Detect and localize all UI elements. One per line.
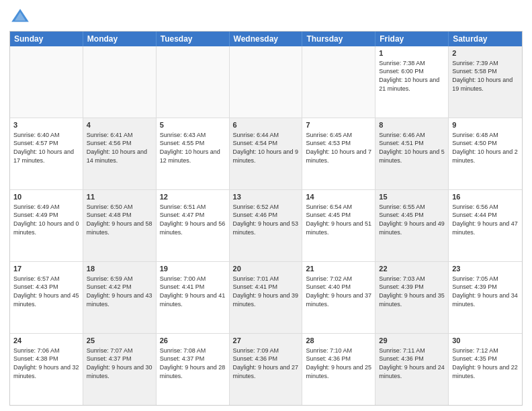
weekday-header: Friday xyxy=(375,32,449,46)
day-info: Sunrise: 7:07 AM Sunset: 4:37 PM Dayligh… xyxy=(87,347,152,380)
day-info: Sunrise: 6:50 AM Sunset: 4:48 PM Dayligh… xyxy=(87,203,152,236)
calendar-cell xyxy=(10,46,83,118)
day-number: 17 xyxy=(13,264,79,274)
weekday-header: Wednesday xyxy=(230,32,303,46)
day-info: Sunrise: 7:11 AM Sunset: 4:36 PM Dayligh… xyxy=(379,347,445,380)
calendar-cell: 4Sunrise: 6:41 AM Sunset: 4:56 PM Daylig… xyxy=(83,118,157,189)
calendar-cell: 12Sunrise: 6:51 AM Sunset: 4:47 PM Dayli… xyxy=(157,190,230,261)
calendar-cell: 5Sunrise: 6:43 AM Sunset: 4:55 PM Daylig… xyxy=(157,118,230,189)
day-number: 3 xyxy=(13,120,79,130)
day-info: Sunrise: 7:06 AM Sunset: 4:38 PM Dayligh… xyxy=(13,347,79,380)
calendar-row: 3Sunrise: 6:40 AM Sunset: 4:57 PM Daylig… xyxy=(10,118,522,190)
day-number: 15 xyxy=(379,192,445,202)
day-info: Sunrise: 7:39 AM Sunset: 5:58 PM Dayligh… xyxy=(452,59,519,93)
day-number: 5 xyxy=(160,120,226,130)
calendar-cell: 15Sunrise: 6:55 AM Sunset: 4:45 PM Dayli… xyxy=(375,190,449,261)
day-info: Sunrise: 6:54 AM Sunset: 4:45 PM Dayligh… xyxy=(306,203,371,236)
day-info: Sunrise: 6:48 AM Sunset: 4:50 PM Dayligh… xyxy=(452,131,519,165)
calendar-cell: 22Sunrise: 7:03 AM Sunset: 4:39 PM Dayli… xyxy=(375,262,449,333)
day-info: Sunrise: 7:08 AM Sunset: 4:37 PM Dayligh… xyxy=(160,347,226,380)
calendar-cell: 6Sunrise: 6:44 AM Sunset: 4:54 PM Daylig… xyxy=(230,118,303,189)
calendar-cell: 23Sunrise: 7:05 AM Sunset: 4:39 PM Dayli… xyxy=(449,262,522,333)
day-info: Sunrise: 6:59 AM Sunset: 4:42 PM Dayligh… xyxy=(87,275,152,308)
day-info: Sunrise: 7:00 AM Sunset: 4:41 PM Dayligh… xyxy=(160,275,226,308)
calendar-cell: 8Sunrise: 6:46 AM Sunset: 4:51 PM Daylig… xyxy=(375,118,449,189)
calendar-cell: 19Sunrise: 7:00 AM Sunset: 4:41 PM Dayli… xyxy=(157,262,230,333)
day-number: 27 xyxy=(233,336,299,346)
day-info: Sunrise: 7:09 AM Sunset: 4:36 PM Dayligh… xyxy=(233,347,299,380)
day-number: 25 xyxy=(87,336,152,346)
day-info: Sunrise: 7:10 AM Sunset: 4:36 PM Dayligh… xyxy=(306,347,371,380)
day-info: Sunrise: 7:03 AM Sunset: 4:39 PM Dayligh… xyxy=(379,275,445,308)
day-number: 1 xyxy=(379,48,445,58)
calendar-cell: 18Sunrise: 6:59 AM Sunset: 4:42 PM Dayli… xyxy=(83,262,157,333)
day-number: 9 xyxy=(452,120,519,130)
calendar-cell xyxy=(230,46,303,118)
calendar-row: 1Sunrise: 7:38 AM Sunset: 6:00 PM Daylig… xyxy=(10,46,522,118)
day-number: 7 xyxy=(306,120,371,130)
day-number: 4 xyxy=(87,120,152,130)
calendar-body: 1Sunrise: 7:38 AM Sunset: 6:00 PM Daylig… xyxy=(10,46,522,405)
day-number: 12 xyxy=(160,192,226,202)
calendar-cell: 20Sunrise: 7:01 AM Sunset: 4:41 PM Dayli… xyxy=(230,262,303,333)
calendar-cell: 29Sunrise: 7:11 AM Sunset: 4:36 PM Dayli… xyxy=(375,334,449,405)
calendar-cell xyxy=(157,46,230,118)
day-info: Sunrise: 6:55 AM Sunset: 4:45 PM Dayligh… xyxy=(379,203,445,236)
day-number: 16 xyxy=(452,192,519,202)
calendar-row: 10Sunrise: 6:49 AM Sunset: 4:49 PM Dayli… xyxy=(10,190,522,262)
page: SundayMondayTuesdayWednesdayThursdayFrid… xyxy=(0,0,532,411)
day-info: Sunrise: 7:05 AM Sunset: 4:39 PM Dayligh… xyxy=(452,275,519,308)
day-info: Sunrise: 6:51 AM Sunset: 4:47 PM Dayligh… xyxy=(160,203,226,236)
day-info: Sunrise: 6:49 AM Sunset: 4:49 PM Dayligh… xyxy=(13,203,79,236)
weekday-header: Saturday xyxy=(449,32,522,46)
logo xyxy=(9,7,34,28)
day-number: 13 xyxy=(233,192,299,202)
day-number: 22 xyxy=(379,264,445,274)
calendar-cell: 17Sunrise: 6:57 AM Sunset: 4:43 PM Dayli… xyxy=(10,262,83,333)
calendar-cell: 30Sunrise: 7:12 AM Sunset: 4:35 PM Dayli… xyxy=(449,334,522,405)
calendar-cell: 11Sunrise: 6:50 AM Sunset: 4:48 PM Dayli… xyxy=(83,190,157,261)
calendar-cell: 10Sunrise: 6:49 AM Sunset: 4:49 PM Dayli… xyxy=(10,190,83,261)
calendar-cell: 21Sunrise: 7:02 AM Sunset: 4:40 PM Dayli… xyxy=(302,262,375,333)
day-number: 6 xyxy=(233,120,299,130)
day-info: Sunrise: 7:38 AM Sunset: 6:00 PM Dayligh… xyxy=(379,59,445,93)
day-info: Sunrise: 6:56 AM Sunset: 4:44 PM Dayligh… xyxy=(452,203,519,236)
calendar-cell: 28Sunrise: 7:10 AM Sunset: 4:36 PM Dayli… xyxy=(302,334,375,405)
day-info: Sunrise: 6:57 AM Sunset: 4:43 PM Dayligh… xyxy=(13,275,79,308)
calendar-row: 17Sunrise: 6:57 AM Sunset: 4:43 PM Dayli… xyxy=(10,262,522,334)
calendar-cell: 27Sunrise: 7:09 AM Sunset: 4:36 PM Dayli… xyxy=(230,334,303,405)
weekday-header: Thursday xyxy=(302,32,375,46)
day-number: 10 xyxy=(13,192,79,202)
day-number: 26 xyxy=(160,336,226,346)
weekday-header: Sunday xyxy=(10,32,83,46)
day-info: Sunrise: 6:40 AM Sunset: 4:57 PM Dayligh… xyxy=(13,131,79,165)
day-number: 29 xyxy=(379,336,445,346)
header xyxy=(9,7,523,28)
weekday-header: Monday xyxy=(83,32,157,46)
calendar-header: SundayMondayTuesdayWednesdayThursdayFrid… xyxy=(10,32,522,46)
calendar-cell: 7Sunrise: 6:45 AM Sunset: 4:53 PM Daylig… xyxy=(302,118,375,189)
day-number: 20 xyxy=(233,264,299,274)
day-info: Sunrise: 6:44 AM Sunset: 4:54 PM Dayligh… xyxy=(233,131,299,165)
day-info: Sunrise: 6:46 AM Sunset: 4:51 PM Dayligh… xyxy=(379,131,445,165)
calendar-row: 24Sunrise: 7:06 AM Sunset: 4:38 PM Dayli… xyxy=(10,334,522,405)
day-number: 18 xyxy=(87,264,152,274)
day-info: Sunrise: 7:01 AM Sunset: 4:41 PM Dayligh… xyxy=(233,275,299,308)
calendar-cell: 1Sunrise: 7:38 AM Sunset: 6:00 PM Daylig… xyxy=(375,46,449,118)
calendar: SundayMondayTuesdayWednesdayThursdayFrid… xyxy=(9,31,523,406)
day-number: 28 xyxy=(306,336,371,346)
day-info: Sunrise: 7:12 AM Sunset: 4:35 PM Dayligh… xyxy=(452,347,519,380)
day-number: 11 xyxy=(87,192,152,202)
day-number: 14 xyxy=(306,192,371,202)
calendar-cell: 3Sunrise: 6:40 AM Sunset: 4:57 PM Daylig… xyxy=(10,118,83,189)
day-number: 21 xyxy=(306,264,371,274)
day-info: Sunrise: 6:41 AM Sunset: 4:56 PM Dayligh… xyxy=(87,131,152,165)
calendar-cell: 9Sunrise: 6:48 AM Sunset: 4:50 PM Daylig… xyxy=(449,118,522,189)
day-info: Sunrise: 6:45 AM Sunset: 4:53 PM Dayligh… xyxy=(306,131,371,165)
calendar-cell: 13Sunrise: 6:52 AM Sunset: 4:46 PM Dayli… xyxy=(230,190,303,261)
weekday-header: Tuesday xyxy=(157,32,230,46)
day-number: 8 xyxy=(379,120,445,130)
day-info: Sunrise: 7:02 AM Sunset: 4:40 PM Dayligh… xyxy=(306,275,371,308)
calendar-cell xyxy=(83,46,157,118)
day-number: 24 xyxy=(13,336,79,346)
